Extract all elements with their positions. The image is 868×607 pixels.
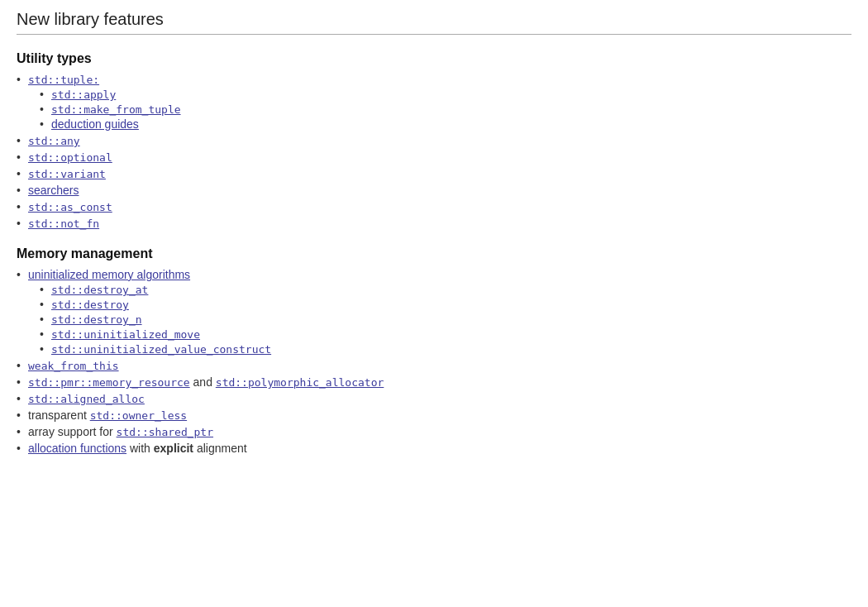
memory-management-list: uninitialized memory algorithms std::des… — [17, 268, 851, 455]
deduction-guides-link[interactable]: deduction guides — [51, 117, 139, 131]
std-tuple-link[interactable]: std::tuple: — [28, 74, 99, 86]
list-item: std::apply — [51, 88, 851, 101]
uninitialized-sub-list: std::destroy_at std::destroy std::destro… — [28, 283, 851, 356]
std-as-const-link[interactable]: std::as_const — [28, 201, 112, 213]
std-aligned-alloc-link[interactable]: std::aligned_alloc — [28, 393, 145, 405]
allocation-functions-link[interactable]: allocation functions — [28, 442, 126, 455]
std-variant-link[interactable]: std::variant — [28, 168, 106, 180]
explicit-text: explicit — [154, 442, 193, 455]
list-item: transparent std::owner_less — [28, 409, 851, 422]
polymorphic-allocator-link[interactable]: std::polymorphic_allocator — [216, 376, 384, 389]
aligned-alloc-line: std::aligned_alloc — [28, 392, 145, 405]
uninitialized-memory-line: uninitialized memory algorithms — [28, 268, 190, 281]
std-owner-less-link[interactable]: std::owner_less — [90, 409, 187, 422]
list-item: std::destroy_at — [51, 283, 851, 296]
weak-from-this-link[interactable]: weak_from_this — [28, 360, 119, 372]
std-shared-ptr-link[interactable]: std::shared_ptr — [117, 426, 213, 438]
list-item: std::any — [28, 134, 851, 147]
list-item: std::as_const — [28, 200, 851, 213]
list-item: std::variant — [28, 167, 851, 180]
pmr-memory-resource-line: std::pmr::memory_resource and std::polym… — [28, 375, 384, 389]
list-item: weak_from_this — [28, 359, 851, 372]
list-item: uninitialized memory algorithms std::des… — [28, 268, 851, 356]
allocation-functions-line: allocation functions with explicit align… — [28, 442, 247, 455]
list-item: std::make_from_tuple — [51, 103, 851, 116]
std-any-link[interactable]: std::any — [28, 135, 80, 147]
list-item: allocation functions with explicit align… — [28, 442, 851, 455]
std-destroy-at-link[interactable]: std::destroy_at — [51, 284, 148, 296]
with-text: with — [126, 442, 154, 455]
std-optional-link[interactable]: std::optional — [28, 151, 112, 164]
weak-from-this-line: weak_from_this — [28, 359, 119, 372]
and-text: and — [190, 375, 216, 389]
list-item: std::uninitialized_value_construct — [51, 342, 851, 356]
transparent-text: transparent — [28, 409, 90, 422]
list-item: std::aligned_alloc — [28, 392, 851, 405]
list-item: std::destroy — [51, 298, 851, 311]
utility-types-heading: Utility types — [17, 51, 851, 66]
uninitialized-memory-link[interactable]: uninitialized memory algorithms — [28, 268, 190, 281]
pmr-memory-resource-link[interactable]: std::pmr::memory_resource — [28, 376, 190, 389]
list-item: searchers — [28, 184, 851, 197]
std-destroy-link[interactable]: std::destroy — [51, 299, 129, 311]
std-uninitialized-value-construct-link[interactable]: std::uninitialized_value_construct — [51, 343, 271, 356]
list-item: std::tuple: std::apply std::make_from_tu… — [28, 73, 851, 131]
array-support-text: array support for — [28, 425, 117, 438]
memory-management-heading: Memory management — [17, 246, 851, 261]
std-destroy-n-link[interactable]: std::destroy_n — [51, 313, 142, 326]
owner-less-line: transparent std::owner_less — [28, 409, 187, 422]
list-item: std::destroy_n — [51, 313, 851, 326]
list-item: deduction guides — [51, 117, 851, 131]
std-make-from-tuple-link[interactable]: std::make_from_tuple — [51, 103, 181, 116]
std-not-fn-link[interactable]: std::not_fn — [28, 217, 99, 230]
page-title: New library features — [17, 10, 851, 35]
list-item: std::not_fn — [28, 217, 851, 230]
utility-types-list: std::tuple: std::apply std::make_from_tu… — [17, 73, 851, 230]
std-apply-link[interactable]: std::apply — [51, 88, 116, 101]
shared-ptr-array-line: array support for std::shared_ptr — [28, 425, 213, 438]
alignment-text: alignment — [193, 442, 247, 455]
searchers-link[interactable]: searchers — [28, 184, 79, 197]
list-item: std::pmr::memory_resource and std::polym… — [28, 375, 851, 389]
std-uninitialized-move-link[interactable]: std::uninitialized_move — [51, 328, 200, 341]
list-item: std::optional — [28, 151, 851, 164]
list-item: std::uninitialized_move — [51, 327, 851, 341]
tuple-sub-list: std::apply std::make_from_tuple deductio… — [28, 88, 851, 131]
list-item: array support for std::shared_ptr — [28, 425, 851, 438]
